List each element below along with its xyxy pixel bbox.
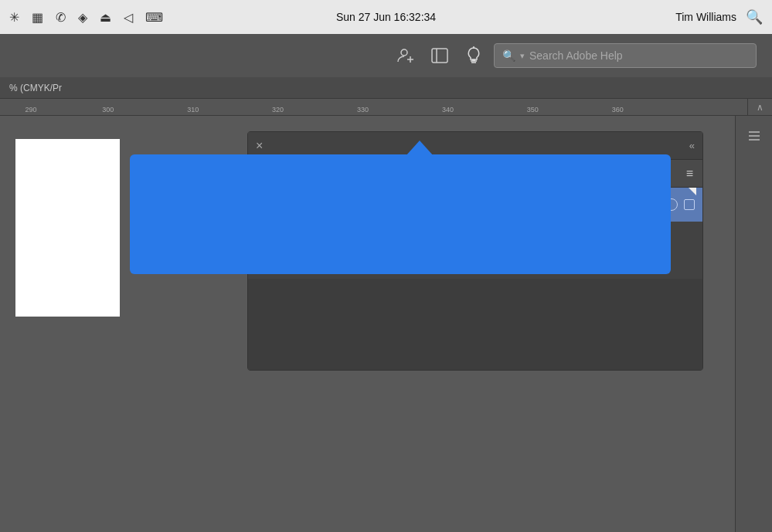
add-user-button[interactable] bbox=[392, 42, 420, 69]
color-mode-text: % (CMYK/Pr bbox=[9, 83, 62, 93]
list-view-button[interactable] bbox=[740, 122, 768, 150]
collapse-panel-button[interactable]: ∧ bbox=[747, 99, 772, 116]
ruler-mark: 340 bbox=[442, 106, 454, 114]
lightbulb-button[interactable] bbox=[460, 42, 488, 69]
ruler-mark: 300 bbox=[102, 106, 114, 114]
ruler-top: 290 300 310 320 330 340 350 360 ∧ bbox=[0, 99, 772, 116]
barcode-icon[interactable]: ▦ bbox=[32, 10, 43, 25]
help-tooltip-popup bbox=[130, 154, 671, 274]
menubar-search-icon[interactable]: 🔍 bbox=[746, 8, 763, 25]
ruler-mark: 330 bbox=[357, 106, 369, 114]
tooltip-arrow bbox=[406, 141, 434, 156]
ruler-mark: 310 bbox=[187, 106, 199, 114]
search-box[interactable]: 🔍 ▾ Search Adobe Help bbox=[494, 43, 757, 68]
layers-menu-button[interactable]: ≡ bbox=[686, 167, 693, 181]
ruler-mark: 360 bbox=[612, 106, 624, 114]
phone-icon[interactable]: ✆ bbox=[56, 10, 66, 25]
canvas-document bbox=[15, 139, 120, 317]
ruler-mark: 350 bbox=[527, 106, 539, 114]
user-name: Tim Williams bbox=[675, 11, 736, 23]
eject-icon[interactable]: ⏏ bbox=[100, 10, 111, 25]
bluetooth-icon[interactable]: ✳ bbox=[9, 10, 19, 25]
panel-toggle-button[interactable] bbox=[426, 42, 454, 69]
ruler-mark: 320 bbox=[272, 106, 284, 114]
layer-corner-mark bbox=[689, 188, 696, 195]
svg-rect-3 bbox=[432, 49, 447, 63]
ruler-mark: 290 bbox=[25, 106, 36, 114]
layer-square-icon[interactable] bbox=[684, 199, 695, 210]
menubar-right: Tim Williams 🔍 bbox=[675, 8, 763, 25]
svg-point-0 bbox=[401, 49, 407, 56]
layers-collapse-button[interactable]: « bbox=[689, 140, 695, 151]
main-area: % (CMYK/Pr 290 300 310 320 330 340 350 3… bbox=[0, 77, 772, 532]
clock-display: Sun 27 Jun 16:32:34 bbox=[336, 11, 436, 23]
right-panel-strip bbox=[735, 116, 772, 532]
layers-close-button[interactable]: × bbox=[256, 139, 263, 153]
search-placeholder: Search Adobe Help bbox=[529, 49, 623, 62]
menubar: ✳ ▦ ✆ ◈ ⏏ ◁ ⌨ Sun 27 Jun 16:32:34 Tim Wi… bbox=[0, 0, 772, 34]
layers-empty-area bbox=[248, 279, 702, 370]
keyboard-icon[interactable]: ⌨ bbox=[145, 10, 163, 25]
search-icon: 🔍 bbox=[502, 49, 515, 62]
app-toolbar: 🔍 ▾ Search Adobe Help bbox=[0, 34, 772, 77]
search-dropdown-arrow[interactable]: ▾ bbox=[520, 51, 525, 61]
wifi-icon[interactable]: ◈ bbox=[78, 10, 87, 25]
color-mode-bar: % (CMYK/Pr bbox=[0, 77, 772, 99]
volume-icon[interactable]: ◁ bbox=[124, 10, 133, 25]
